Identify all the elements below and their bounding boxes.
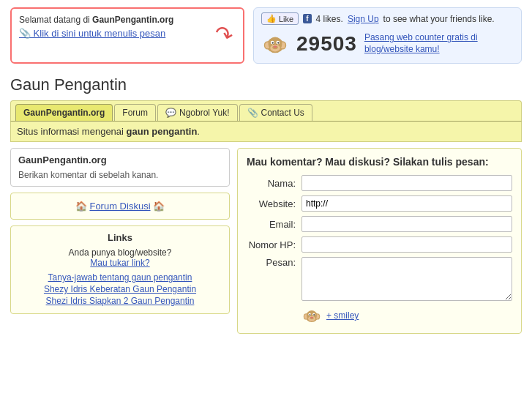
site-name: GaunPengantin.org <box>92 15 173 25</box>
monkey-avatar <box>261 29 289 59</box>
tab-desc-text: Situs informasi mengenai <box>17 126 127 137</box>
facebook-icon: f <box>303 14 311 23</box>
forum-icon-right: 🏠 <box>153 201 165 212</box>
chat-icon: 💬 <box>165 108 176 118</box>
svg-point-25 <box>313 314 315 316</box>
tab-contact-us-label: Contact Us <box>261 108 304 118</box>
links-desc: Anda punya blog/website? Mau tukar link? <box>18 247 222 268</box>
form-row-email: Email: <box>247 216 512 232</box>
links-desc-text: Anda punya blog/website? <box>69 247 172 258</box>
tab-forum-label: Forum <box>122 108 148 118</box>
label-pesan: Pesan: <box>247 257 301 268</box>
svg-point-10 <box>277 42 279 43</box>
counter-row: 29503 Pasang web counter gratis di blog/… <box>261 29 514 59</box>
link-item-1[interactable]: Tanya-jawab tentang gaun pengantin <box>18 272 222 283</box>
form-row-nama: Nama: <box>247 175 512 191</box>
forum-box: 🏠 Forum Diskusi 🏠 <box>10 193 230 220</box>
paperclip-icon: 📎 <box>247 108 258 118</box>
form-title: Mau komentar? Mau diskusi? Silakan tulis… <box>247 156 512 168</box>
tab-description-row: Situs informasi mengenai gaun pengantin. <box>10 121 522 142</box>
label-nama: Nama: <box>247 178 301 189</box>
thumbs-up-icon: 👍 <box>266 14 277 23</box>
label-website: Website: <box>247 198 301 209</box>
forum-diskusi-link[interactable]: Forum Diskusi <box>89 201 150 212</box>
welcome-box: Selamat datang di GaunPengantin.org 📎 Kl… <box>10 7 244 64</box>
forum-icon-left: 🏠 <box>75 201 87 212</box>
welcome-text: Selamat datang di GaunPengantin.org <box>19 15 236 25</box>
like-label: Like <box>279 15 293 23</box>
write-message-link[interactable]: 📎 Klik di sini untuk menulis pesan <box>19 28 165 39</box>
tab-desc-end: . <box>197 126 200 137</box>
counter-link[interactable]: Pasang web counter gratis di blog/websit… <box>364 32 514 55</box>
tab-forum[interactable]: Forum <box>114 104 156 121</box>
form-row-website: Website: <box>247 195 512 212</box>
info-box-desc: Berikan komentar di sebelah kanan. <box>18 170 222 180</box>
input-website[interactable] <box>301 195 512 212</box>
label-email: Email: <box>247 219 301 230</box>
links-box: Links Anda punya blog/website? Mau tukar… <box>10 225 230 314</box>
smiley-row: + smiley <box>301 305 512 326</box>
input-nama[interactable] <box>301 175 512 191</box>
link-item-3[interactable]: Shezi Idris Siapkan 2 Gaun Pengantin <box>18 296 222 306</box>
input-email[interactable] <box>301 216 512 232</box>
like-button[interactable]: 👍 Like <box>261 12 299 25</box>
input-pesan[interactable] <box>301 257 512 301</box>
tab-ngobrol-label: Ngobrol Yuk! <box>179 108 230 118</box>
like-count-text: 4 likes. <box>316 14 343 24</box>
link-item-2[interactable]: Shezy Idris Keberatan Gaun Pengantin <box>18 284 222 294</box>
two-column-layout: GaunPengantin.org Berikan komentar di se… <box>10 148 522 334</box>
page-title: Gaun Pengantin <box>10 75 522 94</box>
tab-desc-bold: gaun pengantin <box>127 126 198 137</box>
tab-ngobrol[interactable]: 💬 Ngobrol Yuk! <box>157 104 238 121</box>
swap-link[interactable]: Mau tukar link? <box>18 258 222 268</box>
svg-point-13 <box>273 44 274 45</box>
svg-point-24 <box>310 314 311 316</box>
counter-box: 👍 Like f 4 likes. Sign Up to see what yo… <box>253 7 522 64</box>
smiley-link[interactable]: + smiley <box>326 310 359 321</box>
form-row-nomor: Nomor HP: <box>247 236 512 253</box>
links-title: Links <box>18 232 222 243</box>
info-box-title: GaunPengantin.org <box>18 154 222 165</box>
tab-contact-us[interactable]: 📎 Contact Us <box>239 104 312 121</box>
visitor-count: 29503 <box>296 32 357 56</box>
svg-point-12 <box>274 45 277 48</box>
form-row-pesan: Pesan: <box>247 257 512 301</box>
tab-gaunpengantin-label: GaunPengantin.org <box>23 108 105 118</box>
info-box: GaunPengantin.org Berikan komentar di se… <box>10 148 230 187</box>
tab-gaunpengantin[interactable]: GaunPengantin.org <box>15 104 113 121</box>
svg-point-14 <box>276 44 277 45</box>
svg-point-9 <box>272 42 274 43</box>
like-row: 👍 Like f 4 likes. Sign Up to see what yo… <box>261 12 514 25</box>
svg-point-27 <box>310 317 313 318</box>
left-column: GaunPengantin.org Berikan komentar di se… <box>10 148 230 334</box>
label-nomor: Nomor HP: <box>247 239 301 250</box>
smiley-monkey-icon <box>301 305 322 326</box>
right-column: Mau komentar? Mau diskusi? Silakan tulis… <box>237 148 522 334</box>
top-section: Selamat datang di GaunPengantin.org 📎 Kl… <box>0 0 532 71</box>
sign-up-link[interactable]: Sign Up <box>348 14 379 24</box>
to-see-text: to see what your friends like. <box>383 14 495 24</box>
input-nomor[interactable] <box>301 236 512 253</box>
welcome-prefix: Selamat datang di <box>19 15 92 25</box>
tab-bar: GaunPengantin.org Forum 💬 Ngobrol Yuk! 📎… <box>10 100 522 121</box>
main-content: Gaun Pengantin GaunPengantin.org Forum 💬… <box>0 71 532 334</box>
